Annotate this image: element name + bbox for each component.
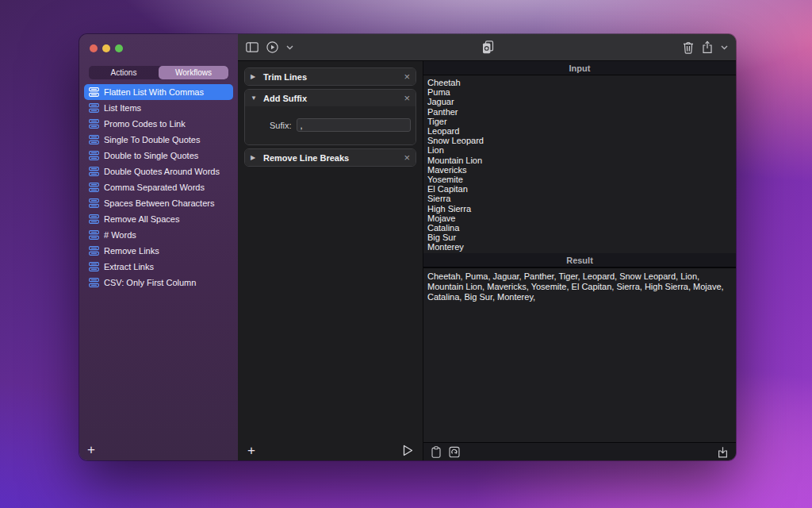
sidebar-item-label: # Words [104, 230, 136, 240]
sidebar-item[interactable]: Flatten List With Commas [84, 84, 233, 100]
paste-clipboard-icon[interactable] [431, 446, 441, 458]
disclosure-icon[interactable]: ▼ [251, 94, 258, 102]
use-result-as-input-icon[interactable] [449, 446, 460, 458]
sidebar-item[interactable]: Extract Links [84, 259, 233, 275]
disclosure-icon[interactable]: ▶ [251, 73, 258, 80]
step-title: Remove Line Breaks [263, 153, 398, 163]
input-text[interactable]: Cheetah Puma Jaguar Panther Tiger Leopar… [423, 75, 736, 253]
workflow-icon [89, 198, 99, 208]
sidebar-footer: + [79, 438, 238, 460]
workflow-icon [89, 119, 99, 129]
steps-footer: + [238, 440, 423, 460]
sidebar-item[interactable]: Remove All Spaces [84, 211, 233, 227]
tab-actions[interactable]: Actions [89, 66, 159, 79]
save-result-icon[interactable] [718, 446, 728, 458]
run-workflow-icon[interactable] [266, 41, 278, 53]
io-footer [423, 442, 736, 460]
sidebar-item-label: CSV: Only First Column [104, 278, 196, 287]
sidebar-item-label: Extract Links [104, 262, 154, 271]
documents-icon[interactable] [482, 40, 494, 54]
workflow-icon [89, 151, 99, 160]
step-card: ▶Trim Lines× [244, 67, 416, 86]
sidebar-item[interactable]: Promo Codes to Link [84, 116, 233, 132]
remove-step-button[interactable]: × [404, 71, 410, 82]
step-title: Add Suffix [263, 94, 398, 103]
step-card-body: Sufix: [245, 106, 416, 144]
sidebar-item-label: Promo Codes to Link [104, 119, 186, 129]
workflow-icon [89, 262, 99, 271]
tab-workflows[interactable]: Workflows [159, 66, 228, 79]
sidebar-item-label: Spaces Between Characters [104, 198, 214, 208]
sidebar-item[interactable]: Spaces Between Characters [84, 195, 233, 211]
play-icon[interactable] [403, 444, 413, 456]
sidebar-item[interactable]: CSV: Only First Column [84, 275, 233, 291]
input-header-label: Input [569, 64, 591, 73]
step-cards: ▶Trim Lines×▼Add Suffix×Sufix:▶Remove Li… [238, 61, 423, 440]
step-card: ▶Remove Line Breaks× [244, 148, 416, 167]
workflow-icon [89, 135, 99, 144]
step-card: ▼Add Suffix×Sufix: [244, 89, 416, 145]
sidebar-item-label: Comma Separated Words [104, 183, 205, 192]
workflow-icon [89, 246, 99, 256]
add-step-button[interactable]: + [247, 444, 255, 457]
sidebar-item-label: List Items [104, 103, 141, 113]
sidebar-item-label: Flatten List With Commas [104, 87, 204, 97]
suffix-field-label: Sufix: [251, 121, 292, 130]
sidebar-item[interactable]: Double to Single Quotes [84, 148, 233, 164]
io-panel: Input Cheetah Puma Jaguar Panther Tiger … [423, 61, 736, 460]
workflow-icon [89, 167, 99, 176]
sidebar-item-label: Single To Double Quotes [104, 135, 201, 144]
workflow-list: Flatten List With CommasList ItemsPromo … [79, 84, 238, 438]
sidebar-item[interactable]: Double Quotes Around Words [84, 164, 233, 179]
delete-icon[interactable] [683, 41, 694, 54]
suffix-input[interactable] [297, 118, 411, 132]
steps-panel: ▶Trim Lines×▼Add Suffix×Sufix:▶Remove Li… [238, 61, 423, 460]
traffic-lights [90, 44, 123, 52]
workflow-icon [89, 214, 99, 224]
toolbar [238, 34, 736, 61]
step-card-header[interactable]: ▶Remove Line Breaks× [245, 149, 416, 166]
remove-step-button[interactable]: × [404, 152, 410, 163]
workflow-icon [89, 87, 99, 97]
app-window: ActionsWorkflows Flatten List With Comma… [79, 34, 736, 460]
toggle-sidebar-icon[interactable] [246, 42, 259, 52]
close-window-button[interactable] [90, 44, 98, 52]
sidebar-item[interactable]: Comma Separated Words [84, 179, 233, 195]
share-options-chevron-icon[interactable] [721, 45, 728, 50]
remove-step-button[interactable]: × [404, 93, 410, 103]
share-icon[interactable] [702, 40, 713, 54]
sidebar-item[interactable]: List Items [84, 100, 233, 116]
zoom-window-button[interactable] [115, 44, 123, 52]
disclosure-icon[interactable]: ▶ [251, 154, 258, 161]
sidebar-item[interactable]: Single To Double Quotes [84, 132, 233, 148]
workflow-icon [89, 230, 99, 240]
step-card-header[interactable]: ▼Add Suffix× [245, 90, 416, 106]
sidebar-item[interactable]: # Words [84, 227, 233, 243]
minimize-window-button[interactable] [102, 44, 110, 52]
window-titlebar[interactable] [79, 34, 238, 63]
result-header-label: Result [566, 256, 593, 265]
sidebar-item-label: Double to Single Quotes [104, 151, 198, 160]
step-card-header[interactable]: ▶Trim Lines× [245, 68, 416, 85]
workflow-icon [89, 183, 99, 192]
workflow-icon [89, 103, 99, 113]
sidebar-item[interactable]: Remove Links [84, 243, 233, 259]
workflow-icon [89, 278, 99, 287]
sidebar-segmented-control: ActionsWorkflows [89, 66, 228, 79]
run-options-chevron-icon[interactable] [286, 45, 293, 50]
input-header: Input [423, 61, 736, 75]
result-text[interactable]: Cheetah, Puma, Jaguar, Panther, Tiger, L… [423, 267, 736, 442]
sidebar-item-label: Remove All Spaces [104, 214, 179, 224]
main-area: ▶Trim Lines×▼Add Suffix×Sufix:▶Remove Li… [238, 34, 736, 460]
sidebar-item-label: Remove Links [104, 246, 159, 256]
desktop-wallpaper: ActionsWorkflows Flatten List With Comma… [0, 0, 812, 508]
add-workflow-button[interactable]: + [87, 443, 95, 456]
result-header: Result [423, 253, 736, 267]
sidebar-item-label: Double Quotes Around Words [104, 167, 220, 176]
step-title: Trim Lines [263, 72, 398, 82]
sidebar: ActionsWorkflows Flatten List With Comma… [79, 34, 238, 460]
